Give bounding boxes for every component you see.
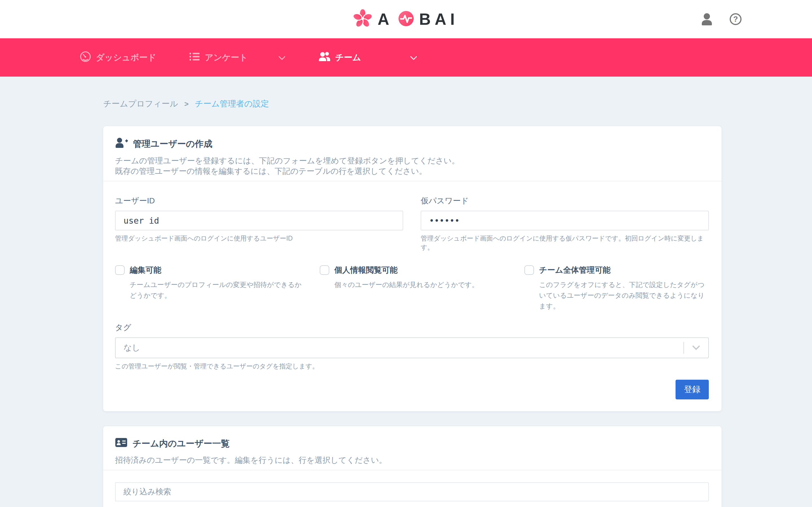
editable-checkbox[interactable]	[115, 265, 124, 275]
personal-info-checkbox[interactable]	[320, 265, 329, 275]
nav-label: ダッシュボード	[96, 52, 156, 63]
team-users-desc: 招待済みのユーザーの一覧です。編集を行うには、行を選択してください。	[115, 455, 709, 465]
editable-label[interactable]: 編集可能	[130, 265, 161, 276]
nav-item-team[interactable]: チーム	[318, 51, 417, 64]
user-id-helper: 管理ダッシュボード画面へのログインに使用するユーザーID	[115, 234, 403, 243]
gauge-icon	[80, 51, 91, 64]
people-icon	[318, 51, 331, 64]
user-id-label: ユーザーID	[115, 195, 403, 206]
anbai-logo[interactable]: A BAI	[353, 9, 458, 29]
create-admin-desc: チームの管理ユーザーを登録するには、下記のフォームを埋めて登録ボタンを押してくだ…	[115, 156, 709, 176]
top-header: A BAI ?	[0, 0, 812, 38]
create-admin-title-row: 管理ユーザーの作成	[115, 137, 709, 151]
account-icon[interactable]	[700, 13, 713, 25]
create-admin-title: 管理ユーザーの作成	[133, 138, 212, 150]
nav-item-dashboard[interactable]: ダッシュボード	[80, 51, 156, 64]
personal-info-helper: 個々のユーザーの結果が見れるかどうかです。	[335, 279, 524, 290]
password-label: 仮パスワード	[421, 195, 709, 206]
help-icon[interactable]: ?	[730, 13, 742, 25]
address-card-icon	[115, 438, 128, 450]
breadcrumb: チームプロフィール > チーム管理者の設定	[103, 98, 721, 110]
team-admin-group: チーム全体管理可能 このフラグをオフにすると、下記で設定したタグがついているユー…	[524, 265, 709, 312]
tag-select[interactable]: なし	[115, 337, 709, 358]
tag-selected-value: なし	[123, 342, 683, 353]
main-content: チームプロフィール > チーム管理者の設定 管理ユーザーの作成 チームの管理ユー…	[103, 98, 721, 507]
card-divider	[103, 181, 721, 181]
nav-item-survey[interactable]: アンケート	[189, 51, 286, 64]
logo-pulse-n-icon	[398, 10, 414, 28]
nav-label: アンケート	[205, 52, 248, 63]
breadcrumb-team-profile[interactable]: チームプロフィール	[103, 98, 178, 110]
user-plus-icon	[115, 137, 128, 151]
password-helper: 管理ダッシュボード画面へのログインに使用する仮パスワードです。初回ログイン時に変…	[421, 234, 709, 252]
logo-wordmark: A BAI	[377, 10, 458, 28]
personal-info-group: 個人情報閲覧可能 個々のユーザーの結果が見れるかどうかです。	[320, 265, 524, 312]
password-group: 仮パスワード 管理ダッシュボード画面へのログインに使用する仮パスワードです。初回…	[421, 195, 709, 252]
user-id-input[interactable]	[115, 211, 403, 230]
flower-logo-icon	[353, 9, 372, 29]
nav-label: チーム	[335, 52, 361, 63]
create-admin-card: 管理ユーザーの作成 チームの管理ユーザーを登録するには、下記のフォームを埋めて登…	[103, 126, 721, 411]
team-admin-helper: このフラグをオフにすると、下記で設定したタグがついているユーザーのデータのみ閲覧…	[539, 279, 709, 312]
list-icon	[189, 51, 200, 64]
password-input[interactable]	[421, 211, 709, 230]
permissions-row: 編集可能 チームユーザーのプロフィールの変更や招待ができるかどうかです。 個人情…	[115, 265, 709, 312]
editable-helper: チームユーザーのプロフィールの変更や招待ができるかどうかです。	[130, 279, 320, 301]
team-admin-checkbox[interactable]	[524, 265, 534, 275]
chevron-down-icon	[684, 345, 708, 350]
tag-label: タグ	[115, 322, 709, 333]
personal-info-label[interactable]: 個人情報閲覧可能	[335, 265, 398, 276]
tag-helper: この管理ユーザーが閲覧・管理できるユーザーのタグを指定します。	[115, 362, 709, 371]
header-actions: ?	[700, 0, 742, 38]
help-glyph: ?	[733, 15, 738, 24]
team-users-card: チーム内のユーザー一覧 招待済みのユーザーの一覧です。編集を行うには、行を選択し…	[103, 426, 721, 507]
team-users-title: チーム内のユーザー一覧	[133, 438, 230, 450]
desc-line-2: 既存の管理ユーザーの情報を編集するには、下記のテーブルの行を選択してください。	[115, 167, 427, 175]
team-admin-label[interactable]: チーム全体管理可能	[539, 265, 610, 276]
filter-search-input[interactable]	[115, 482, 709, 501]
user-id-group: ユーザーID 管理ダッシュボード画面へのログインに使用するユーザーID	[115, 195, 403, 252]
breadcrumb-admin-settings[interactable]: チーム管理者の設定	[195, 98, 269, 110]
chevron-down-icon	[410, 53, 417, 62]
logo-letter-a: A	[377, 11, 393, 27]
chevron-down-icon	[278, 53, 286, 62]
breadcrumb-separator: >	[185, 100, 189, 108]
desc-line-1: チームの管理ユーザーを登録するには、下記のフォームを埋めて登録ボタンを押してくだ…	[115, 156, 460, 165]
card-divider	[103, 470, 721, 470]
main-nav: ダッシュボード アンケート チーム	[0, 38, 812, 76]
register-button[interactable]: 登録	[675, 380, 709, 399]
logo-letters-bai: BAI	[419, 11, 459, 27]
editable-group: 編集可能 チームユーザーのプロフィールの変更や招待ができるかどうかです。	[115, 265, 320, 312]
submit-row: 登録	[115, 380, 709, 399]
credentials-row: ユーザーID 管理ダッシュボード画面へのログインに使用するユーザーID 仮パスワ…	[115, 195, 709, 252]
team-users-title-row: チーム内のユーザー一覧	[115, 438, 709, 450]
